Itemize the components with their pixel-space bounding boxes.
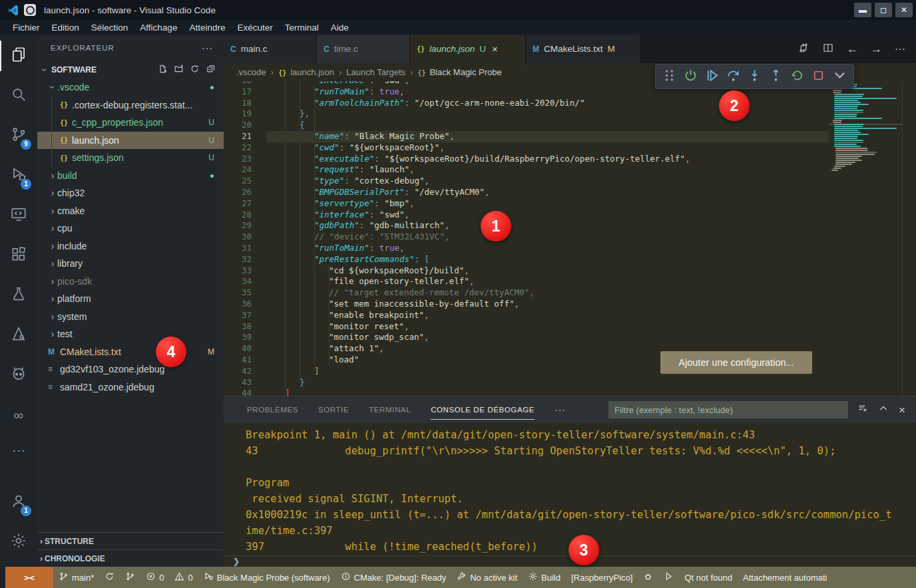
statusbar-sync[interactable] [99, 567, 120, 588]
statusbar-build[interactable]: Build [523, 567, 566, 588]
code-line[interactable]: 20{ [224, 120, 829, 131]
maximize-button[interactable]: ◻ [875, 3, 892, 17]
statusbar-auto-attach[interactable]: Attachement automati [738, 567, 832, 588]
statusbar-errors[interactable]: 0 [140, 567, 169, 588]
tree-item--cortex-debug-registers-stat-[interactable]: {}.cortex-debug.registers.stat... [37, 96, 224, 114]
restart-icon[interactable] [790, 68, 805, 86]
code-line[interactable]: 23"executable": "${workspaceRoot}/build/… [224, 154, 829, 165]
maximize-panel-icon[interactable] [878, 403, 889, 416]
statusbar-debug-icon[interactable] [638, 567, 658, 588]
code-line[interactable]: 37"enable breakpoint", [224, 310, 829, 321]
code-line[interactable]: 28"interface": "swd", [224, 210, 829, 221]
tree-item-library[interactable]: ›library [37, 255, 224, 273]
tab-cmakelists-txt[interactable]: MCMakeLists.txtM [526, 35, 640, 63]
code-line[interactable]: 33"cd ${workspaceRoot}/build", [224, 265, 829, 277]
tree-item-build[interactable]: ›build● [37, 167, 224, 185]
menu-item-exécuter[interactable]: Exécuter [231, 23, 278, 33]
code-line[interactable]: 34"file open-story-teller.elf", [224, 276, 829, 287]
sidebar-more-icon[interactable]: ··· [202, 43, 213, 53]
breadcrumb-item[interactable]: Launch Targets [346, 67, 405, 77]
open-changes-icon[interactable] [798, 42, 809, 57]
activitybar-platformio[interactable] [0, 360, 37, 390]
activitybar-more-views[interactable]: ··· [0, 440, 37, 460]
step-into-icon[interactable] [747, 68, 762, 86]
tree-item-samd21-ozone-jdebug[interactable]: ≡samd21_ozone.jdebug [37, 378, 224, 396]
statusbar-active-kit[interactable]: No active kit [451, 567, 523, 588]
tab-main-c[interactable]: Cmain.c [224, 35, 317, 63]
minimize-button[interactable]: ▬ [854, 3, 871, 17]
clear-console-icon[interactable] [857, 403, 868, 416]
activitybar-explorer[interactable] [0, 41, 37, 71]
statusbar-warnings[interactable]: 0 [169, 567, 198, 588]
breadcrumb-item[interactable]: .vscode [236, 67, 266, 77]
panel-tab-console-de-d-bogage[interactable]: CONSOLE DE DÉBOGAGE [431, 406, 535, 414]
menu-item-affichage[interactable]: Affichage [134, 23, 183, 33]
tab-time-c[interactable]: Ctime.c [317, 35, 410, 63]
activitybar-extensions[interactable] [0, 240, 37, 271]
sidebar-section-structure[interactable]: ›STRUCTURE [37, 532, 224, 549]
tree-item-launch-json[interactable]: {}launch.jsonU [37, 132, 224, 150]
activitybar-run-and-debug[interactable]: 1 [0, 160, 37, 191]
tree-item-cmakelists-txt[interactable]: MCMakeLists.txtM [37, 343, 224, 361]
code-line[interactable]: 36"set mem inaccessible-by-default off", [224, 299, 829, 310]
breadcrumb-item[interactable]: {} launch.json [278, 67, 334, 77]
code-line[interactable]: 25"type": "cortex-debug", [224, 176, 829, 187]
power-button-icon[interactable] [683, 68, 698, 86]
tree-item-c-cpp-properties-json[interactable]: {}c_cpp_properties.jsonU [37, 114, 224, 132]
collapse-all-icon[interactable] [206, 64, 216, 76]
code-line[interactable]: 31"runToMain": true, [224, 243, 829, 254]
code-line[interactable]: 22"cwd": "${workspaceRoot}", [224, 142, 829, 154]
tree-item-system[interactable]: ›system [37, 308, 224, 326]
activitybar-accounts[interactable]: 1 [0, 487, 37, 517]
drag-handle-icon[interactable] [662, 68, 677, 86]
step-over-icon[interactable] [726, 68, 741, 86]
tree-item-gd32vf103-ozone-jdebug[interactable]: ≡gd32vf103_ozone.jdebug [37, 361, 224, 378]
panel-more-icon[interactable]: ··· [555, 404, 566, 415]
code-line[interactable]: 27"servertype": "bmp", [224, 198, 829, 210]
close-panel-icon[interactable]: × [899, 404, 905, 416]
menu-item-aide[interactable]: Aide [325, 23, 355, 33]
statusbar-debug-launch[interactable]: Black Magic Probe (software) [198, 567, 336, 588]
tree-item-include[interactable]: ›include [37, 237, 224, 255]
editor-more-icon[interactable]: ··· [895, 43, 905, 55]
stop-icon[interactable] [811, 68, 826, 86]
activitybar-remote-explorer[interactable] [0, 200, 37, 231]
close-button[interactable]: ✕ [895, 3, 913, 17]
refresh-icon[interactable] [190, 64, 200, 76]
add-configuration-button[interactable]: Ajouter une configuration... [660, 351, 812, 374]
statusbar-build-target[interactable]: [RaspberryPico] [566, 567, 638, 588]
activitybar-testing[interactable] [0, 280, 37, 311]
tree-item-settings-json[interactable]: {}settings.jsonU [37, 149, 224, 167]
remote-indicator[interactable]: >< [5, 567, 53, 588]
editor-scrollbar[interactable] [902, 81, 916, 396]
code-editor[interactable]: 16"interface": "swd",17"runToMain": true… [224, 81, 916, 396]
statusbar-launch-icon[interactable] [658, 567, 679, 588]
activitybar-visual-studio[interactable]: ∞ [0, 400, 37, 430]
continue-icon[interactable] [704, 68, 720, 86]
activitybar-settings[interactable] [0, 527, 37, 557]
code-line[interactable]: 29"gdbPath": "gdb-multiarch", [224, 220, 829, 231]
menu-item-terminal[interactable]: Terminal [279, 23, 325, 33]
navigate-forward-icon[interactable]: → [871, 43, 882, 56]
menu-item-atteindre[interactable]: Atteindre [183, 23, 231, 33]
code-line[interactable]: 43} [224, 377, 829, 388]
statusbar-git-branch[interactable]: main* [53, 567, 99, 588]
step-out-icon[interactable] [768, 68, 784, 86]
activitybar-source-control[interactable]: 9 [0, 120, 37, 151]
code-line[interactable]: 38"monitor reset", [224, 321, 829, 333]
code-line[interactable]: 44] [224, 388, 829, 396]
code-line[interactable]: 32"preRestartCommands": [ [224, 254, 829, 265]
new-file-icon[interactable] [158, 64, 168, 76]
tree-item-platform[interactable]: ›platform [37, 290, 224, 308]
tab-launch-json[interactable]: {}launch.jsonU× [410, 35, 526, 63]
tree-item-pico-sdk[interactable]: ›pico-sdk [37, 273, 224, 291]
menu-item-sélection[interactable]: Sélection [85, 23, 134, 33]
minimap[interactable] [829, 81, 903, 396]
statusbar-cmake-status[interactable]: CMake: [Debug]: Ready [336, 567, 452, 588]
tree-item-cpu[interactable]: ›cpu [37, 220, 224, 237]
activitybar-cmake[interactable] [0, 320, 37, 351]
sidebar-section-chronologie[interactable]: ›CHRONOLOGIE [37, 549, 224, 567]
panel-tab-sortie[interactable]: SORTIE [318, 406, 349, 414]
panel-tab-probl-mes[interactable]: PROBLÈMES [247, 406, 298, 414]
statusbar-git-graph[interactable] [120, 567, 140, 588]
